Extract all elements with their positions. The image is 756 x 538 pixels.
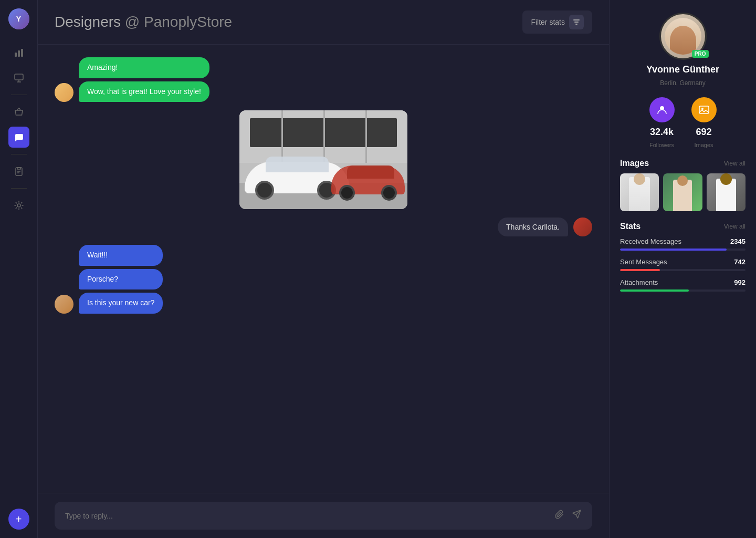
basket-icon[interactable]: [8, 101, 29, 122]
message-bubble: Wait!!!: [79, 245, 163, 266]
stat-value-received: 2345: [730, 237, 746, 245]
stat-bar-row: Received Messages 2345: [620, 237, 746, 245]
send-icon[interactable]: [571, 509, 582, 522]
image-thumb-2[interactable]: [663, 173, 702, 211]
images-view-all[interactable]: View all: [724, 160, 746, 167]
sender-avatar-thanks: [573, 218, 592, 236]
message-group-2: Wait!!! Porsche? Is this your new car?: [55, 245, 592, 314]
profile-stats-row: 32.4k Followers 692 Images: [620, 97, 746, 148]
stat-label-received: Received Messages: [620, 237, 681, 245]
images-stat: 692 Images: [691, 97, 717, 148]
divider-2: [11, 154, 27, 154]
chat-input-box: [55, 502, 592, 530]
images-grid: [620, 173, 746, 211]
svg-rect-3: [15, 74, 23, 80]
chat-header: Designers @ PanoplyStore Filter stats: [38, 0, 609, 45]
settings-icon[interactable]: [8, 195, 29, 216]
profile-location: Berlin, Germany: [660, 79, 706, 87]
sidebar-bottom: +: [8, 500, 29, 530]
divider-3: [11, 188, 27, 189]
stat-label-attachments: Attachments: [620, 278, 658, 286]
followers-count: 32.4k: [650, 127, 674, 138]
followers-icon: [649, 97, 675, 122]
profile-name: Yvonne Günther: [646, 64, 719, 75]
stat-bar-fill-received: [620, 249, 727, 251]
message-image: [239, 110, 407, 209]
followers-label: Followers: [649, 142, 674, 148]
user-avatar[interactable]: Y: [8, 8, 29, 29]
stat-bar-row: Attachments 992: [620, 278, 746, 286]
presentation-icon[interactable]: [8, 67, 29, 88]
chat-input-area: [38, 493, 609, 538]
right-panel: PRO Yvonne Günther Berlin, Germany 32.4k…: [609, 0, 756, 538]
chat-messages: Amazing! Wow, that is great! Love your s…: [38, 45, 609, 493]
stat-bar-track-attachments: [620, 289, 746, 292]
page-title: Designers @ PanoplyStore: [55, 14, 232, 30]
svg-rect-12: [575, 24, 578, 25]
svg-point-9: [17, 204, 20, 207]
chat-icon[interactable]: [8, 127, 29, 148]
images-section-header: Images View all: [620, 159, 746, 168]
filter-stats-button[interactable]: Filter stats: [522, 11, 592, 34]
images-section-title: Images: [620, 159, 649, 168]
message-bubble: Is this your new car?: [79, 293, 163, 314]
svg-rect-2: [21, 49, 23, 57]
pro-badge: PRO: [692, 50, 709, 58]
stats-section-header: Stats View all: [620, 222, 746, 231]
profile-avatar-wrap: PRO: [659, 13, 707, 60]
image-message-group: Thanks Carllota.: [55, 110, 592, 236]
divider-1: [11, 95, 27, 95]
profile-section: PRO Yvonne Günther Berlin, Germany: [620, 13, 746, 87]
filter-icon: [569, 15, 584, 29]
stats-view-all[interactable]: View all: [724, 223, 746, 230]
thanks-message-row: Thanks Carllota.: [55, 218, 592, 236]
sender-avatar-2: [55, 295, 74, 314]
images-count: 692: [696, 127, 711, 138]
add-button[interactable]: +: [8, 509, 29, 530]
svg-rect-10: [573, 19, 580, 20]
image-thumb-3[interactable]: [707, 173, 746, 211]
stat-received-messages: Received Messages 2345: [620, 237, 746, 251]
stat-label-sent: Sent Messages: [620, 258, 667, 266]
image-thumb-1[interactable]: [620, 173, 659, 211]
message-row: Amazing! Wow, that is great! Love your s…: [55, 57, 209, 102]
message-bubble: Amazing!: [79, 57, 209, 78]
stat-value-attachments: 992: [734, 278, 746, 286]
images-section: Images View all: [620, 159, 746, 211]
sender-avatar-1: [55, 83, 74, 102]
stat-bar-track-sent: [620, 269, 746, 271]
svg-rect-0: [15, 53, 17, 57]
message-group-1: Amazing! Wow, that is great! Love your s…: [55, 57, 592, 102]
bar-chart-icon[interactable]: [8, 42, 29, 63]
stat-sent-messages: Sent Messages 742: [620, 258, 746, 271]
stat-attachments: Attachments 992: [620, 278, 746, 292]
followers-stat: 32.4k Followers: [649, 97, 675, 148]
stat-value-sent: 742: [734, 258, 746, 266]
stat-bar-fill-attachments: [620, 289, 689, 292]
sidebar: Y: [0, 0, 38, 538]
images-label: Images: [694, 142, 713, 148]
stat-bar-fill-sent: [620, 269, 660, 271]
message-row: Wait!!! Porsche? Is this your new car?: [55, 245, 163, 314]
reply-input[interactable]: [65, 512, 548, 520]
stat-bar-track-received: [620, 249, 746, 251]
message-bubble: Wow, that is great! Love your style!: [79, 81, 209, 102]
main-chat-area: Designers @ PanoplyStore Filter stats Am…: [38, 0, 609, 538]
svg-rect-1: [18, 50, 20, 57]
stat-bar-row: Sent Messages 742: [620, 258, 746, 266]
stats-section-title: Stats: [620, 222, 640, 231]
images-icon: [691, 97, 717, 122]
svg-rect-11: [574, 22, 579, 23]
stats-section: Stats View all Received Messages 2345 Se…: [620, 222, 746, 299]
thanks-bubble: Thanks Carllota.: [498, 218, 568, 236]
clipboard-icon[interactable]: [8, 161, 29, 182]
attachment-icon[interactable]: [554, 509, 565, 522]
message-bubble: Porsche?: [79, 269, 163, 290]
